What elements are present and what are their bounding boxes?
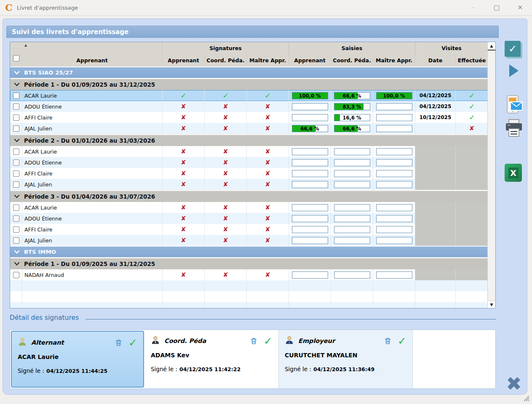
collapse-toggle[interactable] xyxy=(14,262,20,266)
close-dialog-button[interactable] xyxy=(504,374,524,395)
saisie-progress-field[interactable] xyxy=(292,103,328,110)
table-row[interactable]: ACAR Laurie✓✓✓100,0 %66,6 %100,0 %04/12/… xyxy=(10,90,488,101)
saisie-progress-field[interactable] xyxy=(376,125,412,132)
saisie-progress-field[interactable] xyxy=(292,159,328,166)
row-checkbox[interactable] xyxy=(13,215,19,222)
row-checkbox[interactable] xyxy=(13,104,19,110)
saisie-progress-field[interactable]: 66,6 % xyxy=(334,92,370,99)
minimize-button[interactable]: – xyxy=(461,0,485,15)
table-row[interactable]: ACAR Laurie✘✘✘ xyxy=(10,146,488,157)
saisie-progress-field[interactable] xyxy=(376,226,412,233)
delete-signature-button[interactable] xyxy=(384,337,392,345)
saisie-progress-field[interactable] xyxy=(376,148,412,155)
maximize-button[interactable]: □ xyxy=(485,0,508,15)
row-checkbox[interactable] xyxy=(13,93,19,99)
signature-card[interactable]: Employeur✓CURUTCHET MAYALENSigné le :04/… xyxy=(279,330,413,388)
saisie-progress-field[interactable]: 66,6 % xyxy=(292,125,328,132)
period-row[interactable]: Période 1 - Du 01/09/2025 au 31/12/2025 xyxy=(10,78,488,90)
row-checkbox[interactable] xyxy=(13,114,19,121)
saisie-progress-field[interactable] xyxy=(334,271,370,279)
saisie-progress-field[interactable] xyxy=(292,181,328,188)
saisie-progress-field[interactable]: 83,3 % xyxy=(334,103,370,110)
print-button[interactable] xyxy=(504,119,524,140)
saisie-progress-field[interactable] xyxy=(292,114,328,121)
saisie-progress-field[interactable] xyxy=(292,226,328,233)
saisie-progress-field[interactable]: 16,6 % xyxy=(334,114,370,121)
table-row[interactable]: AJAL Julien✘✘✘ xyxy=(10,235,488,246)
resize-grip[interactable] xyxy=(523,395,529,403)
column-header-apprenant[interactable]: ▲ Apprenant xyxy=(22,42,162,66)
saisie-progress-field[interactable]: 100,0 % xyxy=(376,92,412,99)
signature-cell: ✘ xyxy=(246,168,289,179)
row-checkbox[interactable] xyxy=(13,272,19,278)
collapse-toggle[interactable] xyxy=(14,82,20,87)
table-row[interactable]: NADAH Arnaud✘✘✘ xyxy=(10,269,488,280)
saisie-progress-field[interactable] xyxy=(376,237,412,244)
saisie-progress-field[interactable] xyxy=(334,237,370,244)
table-row[interactable]: AFFI Claire✘✘✘ xyxy=(10,224,488,235)
group-row[interactable]: BTS SIAO 25/27 xyxy=(10,66,488,78)
row-checkbox[interactable] xyxy=(13,205,19,211)
saisie-progress-field[interactable] xyxy=(334,170,370,177)
vertical-scrollbar[interactable]: ▲ ▼ xyxy=(487,42,495,308)
saisie-progress-field[interactable] xyxy=(376,159,412,166)
row-checkbox[interactable] xyxy=(13,237,19,244)
period-row[interactable]: Période 3 - Du 01/04/2026 au 31/07/2026 xyxy=(10,190,488,202)
saisie-progress-field[interactable] xyxy=(376,271,412,279)
send-to-mobile-button[interactable] xyxy=(504,95,524,117)
saisie-progress-field[interactable] xyxy=(292,237,328,244)
close-window-button[interactable]: ✕ xyxy=(508,0,532,15)
table-row[interactable]: ADOU Étienne✘✘✘83,3 %04/12/2025✓ xyxy=(10,101,488,112)
sort-ascending-icon[interactable]: ▲ xyxy=(24,43,27,47)
saisie-progress-field[interactable] xyxy=(292,204,328,211)
table-row[interactable]: AFFI Claire✘✘✘16,6 %10/12/2025✓ xyxy=(10,112,488,123)
row-checkbox[interactable] xyxy=(13,125,19,132)
validate-button[interactable]: ✓ xyxy=(505,41,521,57)
saisie-progress-field[interactable] xyxy=(334,204,370,211)
saisie-progress-field[interactable] xyxy=(334,215,370,222)
table-row[interactable]: ACAR Laurie✘✘✘ xyxy=(10,202,488,213)
saisie-progress-field[interactable] xyxy=(292,170,328,177)
saisie-progress-field[interactable] xyxy=(334,148,370,155)
run-button[interactable] xyxy=(508,64,519,79)
table-row[interactable]: AJAL Julien✘✘✘66,6 %66,6 %✘ xyxy=(10,123,488,134)
table-row[interactable]: ADOU Étienne✘✘✘ xyxy=(10,213,488,224)
collapse-toggle[interactable] xyxy=(14,138,20,143)
period-row[interactable]: Période 1 - Du 01/09/2025 au 31/12/2025 xyxy=(10,257,488,269)
delete-signature-button[interactable] xyxy=(250,337,258,345)
saisie-progress-field[interactable] xyxy=(292,271,328,279)
collapse-toggle[interactable] xyxy=(14,71,20,75)
period-row[interactable]: Période 2 - Du 01/01/2026 au 31/03/2026 xyxy=(10,134,488,146)
saisie-progress-field[interactable] xyxy=(376,215,412,222)
scroll-down-icon[interactable]: ▼ xyxy=(488,300,495,308)
group-row[interactable]: BTS IMMO xyxy=(10,246,488,257)
row-checkbox[interactable] xyxy=(13,149,19,155)
row-checkbox[interactable] xyxy=(13,181,19,188)
saisie-progress-field[interactable] xyxy=(334,181,370,188)
saisie-progress-field[interactable]: 66,6 % xyxy=(334,125,370,132)
row-checkbox[interactable] xyxy=(13,170,19,177)
delete-signature-button[interactable] xyxy=(115,338,123,347)
saisie-progress-field[interactable] xyxy=(376,204,412,211)
collapse-toggle[interactable] xyxy=(14,250,20,254)
saisie-progress-field[interactable] xyxy=(334,159,370,166)
saisie-progress-field[interactable] xyxy=(376,114,412,121)
row-checkbox[interactable] xyxy=(13,226,19,233)
saisie-progress-field[interactable] xyxy=(376,170,412,177)
saisie-progress-field[interactable] xyxy=(376,181,412,188)
saisie-progress-field[interactable] xyxy=(292,215,328,222)
saisie-progress-field[interactable] xyxy=(334,226,370,233)
saisie-progress-field[interactable] xyxy=(376,103,412,110)
table-row[interactable]: AJAL Julien✘✘✘ xyxy=(10,179,488,190)
export-excel-button[interactable]: X xyxy=(505,164,522,182)
collapse-toggle[interactable] xyxy=(14,194,20,199)
select-all-checkbox[interactable] xyxy=(13,55,19,61)
saisie-progress-field[interactable] xyxy=(292,148,328,155)
table-row[interactable]: AFFI Claire✘✘✘ xyxy=(10,168,488,179)
signature-card[interactable]: Coord. Péda✓ADAMS KevSigné le :04/12/202… xyxy=(145,330,279,388)
row-checkbox[interactable] xyxy=(13,159,19,166)
scroll-up-icon[interactable]: ▲ xyxy=(488,42,495,50)
saisie-progress-field[interactable]: 100,0 % xyxy=(292,92,328,99)
signature-card[interactable]: Alternant✓ACAR LaurieSigné le :04/12/202… xyxy=(11,331,144,388)
table-row[interactable]: ADOU Étienne✘✘✘ xyxy=(10,157,488,168)
